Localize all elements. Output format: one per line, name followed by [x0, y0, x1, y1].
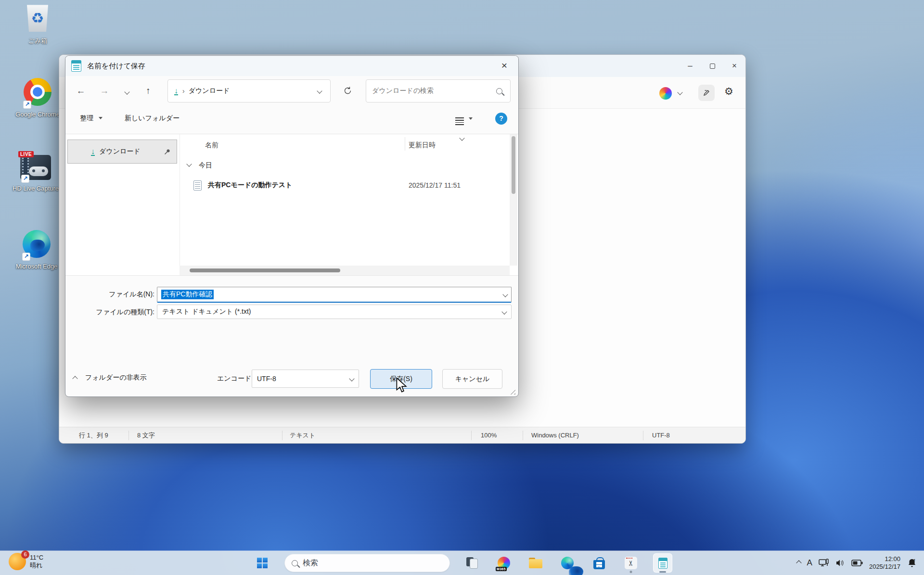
- copilot-icon[interactable]: [659, 87, 672, 100]
- copilot-dropdown-icon[interactable]: [677, 89, 682, 95]
- group-row-today[interactable]: 今日: [187, 161, 212, 170]
- downloads-icon: ↓: [91, 148, 95, 156]
- desktop-icon-edge[interactable]: ↗ Microsoft Edge: [12, 230, 62, 270]
- horizontal-scrollbar-thumb[interactable]: [190, 268, 340, 272]
- tray-show-hidden-icon[interactable]: [796, 560, 801, 565]
- file-name-dropdown-icon[interactable]: [502, 292, 508, 297]
- refresh-button[interactable]: [338, 81, 357, 101]
- recent-locations-button[interactable]: [117, 81, 137, 101]
- taskbar-notepad-active[interactable]: [653, 553, 672, 573]
- status-zoom-level[interactable]: 100%: [471, 431, 523, 440]
- m365-copilot-icon: M365: [498, 557, 510, 569]
- encoding-select[interactable]: UTF-8: [252, 370, 359, 388]
- battery-icon[interactable]: [851, 560, 863, 566]
- minimize-button[interactable]: –: [679, 55, 701, 77]
- hide-folders-button[interactable]: フォルダーの非表示: [73, 373, 147, 382]
- downloads-folder-icon: ↓: [174, 87, 178, 95]
- shortcut-arrow-icon: ↗: [22, 253, 30, 261]
- start-button[interactable]: [253, 553, 272, 573]
- save-as-dialog: 名前を付けて保存 × ← → ↑ ↓ › ダウンロード ダウンロードの検索: [65, 55, 519, 397]
- file-explorer-icon: [529, 558, 542, 568]
- taskbar-edge[interactable]: [558, 553, 577, 573]
- taskbar-file-explorer[interactable]: [526, 553, 545, 573]
- desktop-icon-label: HD Live Capture: [11, 185, 61, 192]
- back-button[interactable]: ←: [71, 81, 90, 101]
- desktop-icon-label: Microsoft Edge: [12, 263, 62, 270]
- file-row[interactable]: 共有PCモードの動作テスト 2025/12/17 11:51: [191, 178, 511, 193]
- help-button[interactable]: ?: [495, 113, 507, 125]
- rewrite-icon: [703, 89, 710, 97]
- taskbar-snipping-tool[interactable]: ✂: [621, 553, 641, 573]
- breadcrumb-location[interactable]: ダウンロード: [189, 87, 230, 95]
- resize-grip[interactable]: [508, 387, 515, 395]
- tray-clock[interactable]: 12:00 2025/12/17: [869, 555, 900, 571]
- column-header-modified[interactable]: 更新日時: [409, 141, 436, 150]
- file-name-input[interactable]: 共有PC動作確認: [157, 287, 512, 303]
- file-type-dropdown-icon[interactable]: [501, 309, 507, 314]
- cancel-button[interactable]: キャンセル: [442, 369, 502, 389]
- view-options-button[interactable]: [455, 116, 464, 127]
- breadcrumb-separator: ›: [182, 87, 185, 95]
- file-name-value: 共有PC動作確認: [161, 290, 214, 299]
- desktop-icon-recycle-bin[interactable]: ♻ ごみ箱: [13, 4, 63, 45]
- search-input[interactable]: ダウンロードの検索: [366, 79, 511, 102]
- rewrite-button[interactable]: [698, 85, 715, 101]
- tray-time: 12:00: [869, 555, 900, 563]
- desktop-icon-chrome[interactable]: ↗ Google Chrome: [13, 78, 63, 118]
- desktop-icon-hd-live-capture[interactable]: LIVE ↗ HD Live Capture: [11, 155, 61, 192]
- notepad-icon: [658, 558, 667, 569]
- close-button[interactable]: ×: [723, 55, 745, 77]
- taskbar-search[interactable]: 検索: [284, 554, 450, 572]
- settings-gear-icon[interactable]: ⚙: [724, 86, 733, 97]
- dialog-toolbar: 整理 新しいフォルダー ?: [65, 106, 518, 134]
- view-dropdown-icon[interactable]: [469, 117, 473, 120]
- chevron-down-icon: [124, 89, 129, 94]
- taskbar-store[interactable]: [590, 553, 609, 573]
- address-dropdown-icon[interactable]: [317, 88, 322, 93]
- file-type-label: ファイルの種類(T):: [65, 308, 154, 317]
- sidebar-item-label: ダウンロード: [99, 147, 141, 156]
- horizontal-scrollbar[interactable]: [180, 266, 510, 275]
- display-device-icon[interactable]: [819, 558, 829, 568]
- weather-sun-icon: 6: [9, 553, 26, 570]
- file-type-select[interactable]: テキスト ドキュメント (*.txt): [157, 305, 512, 319]
- forward-icon: →: [100, 86, 109, 96]
- notification-bell-dnd-icon[interactable]: z: [907, 558, 917, 568]
- dialog-close-button[interactable]: ×: [490, 56, 518, 76]
- new-folder-button[interactable]: 新しいフォルダー: [125, 114, 180, 123]
- edge-icon: [561, 557, 574, 569]
- close-icon: ×: [501, 60, 507, 71]
- forward-button[interactable]: →: [95, 81, 114, 101]
- taskbar-m365-copilot[interactable]: M365: [494, 553, 513, 573]
- organize-button[interactable]: 整理: [80, 114, 103, 123]
- search-icon: [496, 88, 502, 94]
- status-encoding: UTF-8: [643, 431, 745, 440]
- column-sort-chevron-icon[interactable]: [459, 135, 464, 141]
- group-label: 今日: [199, 161, 212, 169]
- address-bar[interactable]: ↓ › ダウンロード: [167, 79, 331, 102]
- vertical-scrollbar[interactable]: [510, 134, 517, 266]
- status-line-ending: Windows (CRLF): [523, 431, 643, 440]
- task-view-button[interactable]: [462, 553, 482, 573]
- m365-badge: M365: [496, 567, 507, 571]
- encoding-dropdown-icon[interactable]: [349, 376, 354, 381]
- group-collapse-icon[interactable]: [186, 161, 192, 166]
- column-header-name[interactable]: 名前: [205, 141, 218, 150]
- status-doc-type: テキスト: [282, 431, 471, 440]
- dialog-body: ↓ ダウンロード 名前 更新日時 今日 共有PCモードの動作テスト 20: [65, 134, 518, 275]
- notepad-statusbar: 行 1、列 9 8 文字 テキスト 100% Windows (CRLF) UT…: [59, 427, 745, 443]
- taskbar: 6 11°C 晴れ 検索 M365 ✂: [0, 551, 924, 575]
- ime-mode-indicator[interactable]: A: [807, 558, 812, 568]
- file-name: 共有PCモードの動作テスト: [208, 181, 292, 190]
- file-type-value: テキスト ドキュメント (*.txt): [162, 307, 251, 316]
- vertical-scrollbar-thumb[interactable]: [512, 136, 515, 194]
- weather-widget[interactable]: 6 11°C 晴れ: [9, 553, 43, 570]
- dropdown-arrow-icon: [99, 117, 103, 119]
- running-indicator: [630, 571, 632, 573]
- up-button[interactable]: ↑: [139, 81, 158, 101]
- maximize-button[interactable]: [701, 55, 723, 77]
- sidebar-item-downloads[interactable]: ↓ ダウンロード: [67, 140, 177, 164]
- volume-icon[interactable]: [835, 559, 845, 567]
- shortcut-arrow-icon: ↗: [21, 175, 29, 183]
- mouse-cursor: [396, 377, 409, 394]
